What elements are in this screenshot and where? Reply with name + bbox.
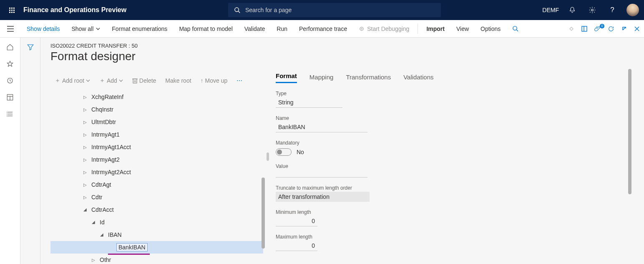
waffle-icon [9, 8, 15, 13]
editor-toolbar: ＋ Add root ＋ Add Delete Make root [50, 73, 263, 88]
filter-button[interactable] [27, 43, 34, 264]
caret-right-icon[interactable]: ▷ [83, 170, 87, 174]
make-root-button[interactable]: Make root [161, 73, 195, 88]
min-value[interactable]: 0 [276, 216, 317, 226]
cmd-start-debugging[interactable]: Start Debugging [353, 20, 415, 37]
tree-row[interactable]: ▷XchgRateInf [50, 91, 263, 103]
tree-row[interactable]: ▷IntrmyAgt1 [50, 128, 263, 141]
field-min-length: Minimum length 0 [276, 209, 634, 226]
caret-right-icon[interactable]: ▷ [83, 157, 87, 162]
cmd-options[interactable]: Options [475, 20, 506, 37]
help-icon: ? [610, 6, 614, 14]
tree-row[interactable]: ▷ChqInstr [50, 103, 263, 116]
close-button[interactable] [634, 26, 640, 32]
cmd-validate[interactable]: Validate [239, 20, 271, 37]
settings-button[interactable] [583, 1, 601, 19]
attachment-count: 0 [600, 24, 604, 28]
waffle-menu[interactable] [5, 3, 18, 17]
tab-transformations[interactable]: Transformations [346, 74, 391, 83]
add-root-button[interactable]: ＋ Add root [50, 73, 94, 88]
cmd-right-group: 0 [569, 25, 640, 32]
layout: ISO20022 CREDIT TRANSFER : 50 Format des… [0, 38, 644, 264]
tab-mapping[interactable]: Mapping [309, 74, 334, 83]
notifications-button[interactable] [563, 1, 581, 19]
tree-item-label: IntrmyAgt1 [91, 131, 120, 138]
office-button[interactable] [581, 25, 588, 32]
attachments-button[interactable]: 0 [594, 25, 601, 32]
tree-row[interactable]: ▷Cdtr [50, 191, 263, 203]
caret-right-icon[interactable]: ▷ [83, 183, 87, 187]
cmd-search[interactable] [506, 20, 524, 37]
tree-row[interactable]: ◢IBAN [50, 228, 263, 241]
tree-row[interactable]: ◢CdtrAcct [50, 203, 263, 216]
search-icon [234, 7, 240, 13]
caret-down-icon[interactable]: ◢ [83, 207, 87, 211]
field-type: Type String [276, 91, 634, 108]
move-up-button[interactable]: ↑ Move up [196, 73, 232, 88]
help-button[interactable]: ? [603, 1, 621, 19]
caret-right-icon[interactable]: ▷ [83, 107, 87, 112]
company-code[interactable]: DEMF [542, 7, 559, 13]
tab-validations[interactable]: Validations [403, 74, 433, 83]
max-value[interactable]: 0 [276, 241, 317, 251]
caret-right-icon[interactable]: ▷ [83, 195, 87, 199]
cmd-show-details[interactable]: Show details [21, 20, 65, 37]
rail-modules[interactable] [6, 110, 14, 118]
cmd-format-enumerations[interactable]: Format enumerations [106, 20, 173, 37]
avatar[interactable] [626, 4, 639, 16]
tree-row[interactable]: ▷CdtrAgt [50, 178, 263, 191]
tab-format[interactable]: Format [276, 72, 297, 83]
popout-button[interactable] [621, 25, 627, 32]
tree-row[interactable]: BankIBAN [50, 241, 263, 254]
header-right: DEMF ? [542, 1, 639, 19]
cmd-map-format-to-model[interactable]: Map format to model [173, 20, 238, 37]
cmd-view[interactable]: View [450, 20, 475, 37]
tree-row[interactable]: ▷Othr [50, 254, 263, 264]
mandatory-toggle[interactable] [276, 148, 292, 156]
caret-down-icon[interactable]: ◢ [91, 220, 96, 224]
rail-favorites[interactable] [6, 60, 14, 68]
caret-right-icon[interactable]: ▷ [83, 145, 87, 149]
cmd-performance-trace[interactable]: Performance trace [293, 20, 353, 37]
cmd-run[interactable]: Run [271, 20, 293, 37]
tree-scrollbar[interactable] [262, 178, 265, 249]
name-value[interactable]: BankIBAN [276, 122, 367, 132]
detail-scrollbar[interactable] [628, 69, 631, 194]
delete-label: Delete [139, 77, 156, 84]
splitter-handle[interactable] [267, 152, 269, 161]
rail-home[interactable] [6, 43, 14, 51]
tree-row[interactable]: ▷IntrmyAgt2 [50, 153, 263, 166]
tree-row[interactable]: ▷UltmtDbtr [50, 116, 263, 128]
add-button[interactable]: ＋ Add [95, 73, 127, 88]
delete-button[interactable]: Delete [128, 73, 160, 88]
cmd-show-all[interactable]: Show all [65, 20, 106, 37]
search-input[interactable] [244, 6, 435, 14]
cmd-import[interactable]: Import [420, 20, 450, 37]
link-icon[interactable] [569, 26, 574, 32]
tree-item-label: BankIBAN [116, 243, 148, 251]
caret-right-icon[interactable]: ▷ [91, 258, 96, 262]
field-truncate: Truncate to maximum length order After t… [276, 185, 634, 202]
nav-rail [0, 38, 20, 264]
tree-row[interactable]: ◢Id [50, 216, 263, 228]
caret-right-icon[interactable] [108, 245, 112, 249]
tree-row[interactable]: ▷IntrmyAgt1Acct [50, 141, 263, 153]
nav-collapse-button[interactable] [0, 20, 21, 38]
refresh-button[interactable] [608, 25, 614, 32]
rail-recent[interactable] [6, 77, 14, 84]
tree-row[interactable]: ▷IntrmyAgt2Acct [50, 166, 263, 178]
type-value[interactable]: String [276, 97, 342, 108]
more-button[interactable]: ⋯ [232, 73, 247, 88]
caret-down-icon[interactable]: ◢ [100, 232, 104, 236]
truncate-label: Truncate to maximum length order [276, 185, 376, 191]
caret-right-icon[interactable]: ▷ [83, 95, 87, 99]
name-label: Name [276, 115, 634, 121]
value-input[interactable] [276, 170, 367, 178]
truncate-select[interactable]: After transformation [276, 192, 370, 202]
global-search[interactable] [228, 3, 441, 17]
caret-right-icon[interactable]: ▷ [83, 120, 87, 124]
caret-right-icon[interactable]: ▷ [83, 132, 87, 137]
hamburger-icon [7, 26, 14, 32]
separator [418, 24, 418, 34]
rail-workspaces[interactable] [6, 94, 14, 101]
